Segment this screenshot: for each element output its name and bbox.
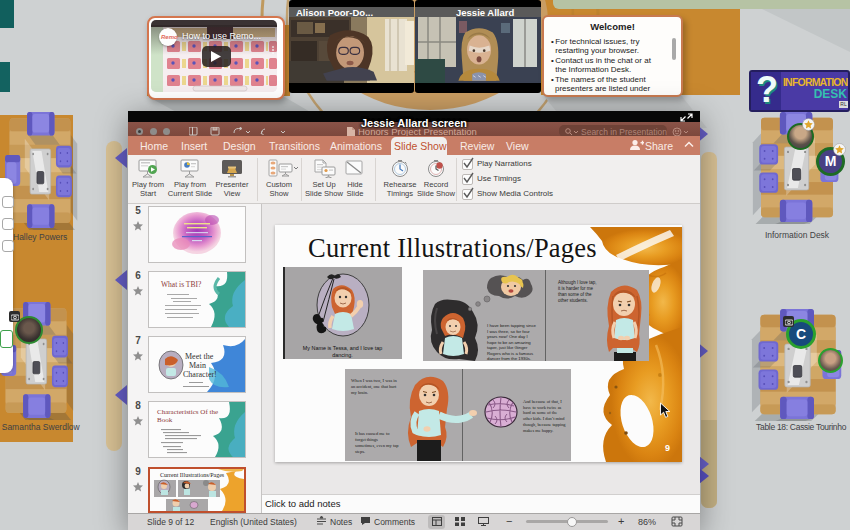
svg-text:Character!: Character!	[183, 370, 217, 379]
svg-text:Characteristics Of the: Characteristics Of the	[157, 408, 218, 416]
svg-text:Book: Book	[157, 416, 173, 424]
svg-text:What is TBI?: What is TBI?	[161, 280, 202, 289]
svg-text:Meet the: Meet the	[185, 352, 214, 361]
svg-text:Current Illustrations/Pages: Current Illustrations/Pages	[160, 472, 225, 478]
svg-text:Main: Main	[189, 361, 206, 370]
